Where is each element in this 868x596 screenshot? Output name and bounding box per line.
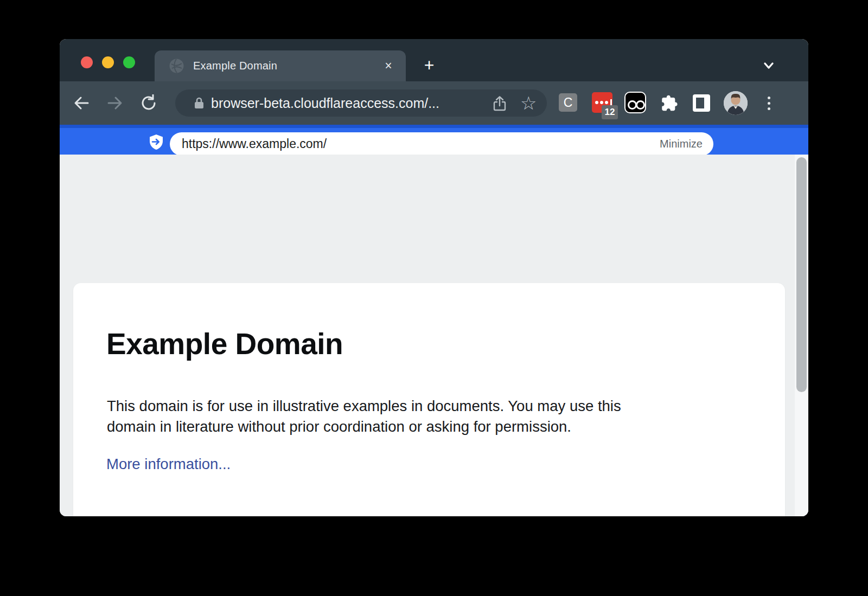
browser-menu-icon[interactable] (765, 94, 773, 112)
globe-favicon-icon (169, 59, 184, 73)
new-tab-button[interactable]: + (418, 57, 441, 75)
tab-strip: Example Domain × + (60, 39, 808, 81)
bookmark-star-icon[interactable]: ☆ (520, 89, 537, 117)
fullscreen-window-button[interactable] (123, 56, 135, 68)
profile-avatar[interactable] (724, 91, 748, 115)
minimize-window-button[interactable] (102, 56, 114, 68)
tab-title: Example Domain (193, 50, 277, 81)
side-panel-inner (696, 98, 704, 108)
share-icon[interactable] (492, 95, 508, 112)
more-information-link[interactable]: More information... (106, 456, 231, 473)
minimize-button[interactable]: Minimize (660, 132, 703, 156)
close-window-button[interactable] (81, 56, 93, 68)
omnibox-url[interactable]: browser-beta.cloudflareaccess.com/... (211, 89, 439, 117)
extension-c-label: C (564, 95, 573, 110)
forward-icon[interactable] (106, 94, 124, 112)
toolbar: browser-beta.cloudflareaccess.com/... ☆ … (60, 81, 808, 125)
isolation-shield-icon[interactable] (149, 134, 164, 150)
extensions-puzzle-icon[interactable] (660, 94, 678, 112)
password-manager-extension-icon[interactable]: 12 (592, 92, 612, 113)
back-icon[interactable] (73, 94, 90, 112)
side-panel-icon[interactable] (693, 94, 710, 112)
paragraph-line-2: domain in literature without prior coord… (107, 418, 571, 435)
scrollbar-track[interactable] (795, 155, 808, 516)
lock-icon[interactable] (193, 97, 206, 110)
circle-right-icon (636, 100, 645, 110)
reload-icon[interactable] (140, 94, 157, 112)
browser-window: Example Domain × + (60, 39, 808, 516)
circles-extension-icon[interactable] (624, 92, 646, 113)
page-viewport: Example Domain This domain is for use in… (60, 155, 808, 516)
active-tab[interactable]: Example Domain × (155, 50, 406, 81)
example-domain-card: Example Domain This domain is for use in… (73, 283, 785, 516)
extension-c-icon[interactable]: C (559, 93, 577, 112)
tab-close-icon[interactable]: × (381, 59, 396, 74)
page-paragraph: This domain is for use in illustrative e… (107, 396, 621, 437)
paragraph-line-1: This domain is for use in illustrative e… (107, 398, 621, 414)
omnibox[interactable]: browser-beta.cloudflareaccess.com/... ☆ (175, 89, 547, 117)
tab-search-chevron-icon[interactable] (761, 61, 777, 72)
isolation-url-input[interactable]: https://www.example.com/ Minimize (170, 132, 713, 156)
scrollbar-thumb[interactable] (796, 157, 807, 392)
isolation-bar: https://www.example.com/ Minimize (60, 125, 808, 155)
password-dots-icon (595, 99, 612, 105)
extension-badge: 12 (602, 105, 618, 119)
page-title: Example Domain (106, 326, 343, 361)
isolation-url-value[interactable]: https://www.example.com/ (182, 132, 327, 156)
